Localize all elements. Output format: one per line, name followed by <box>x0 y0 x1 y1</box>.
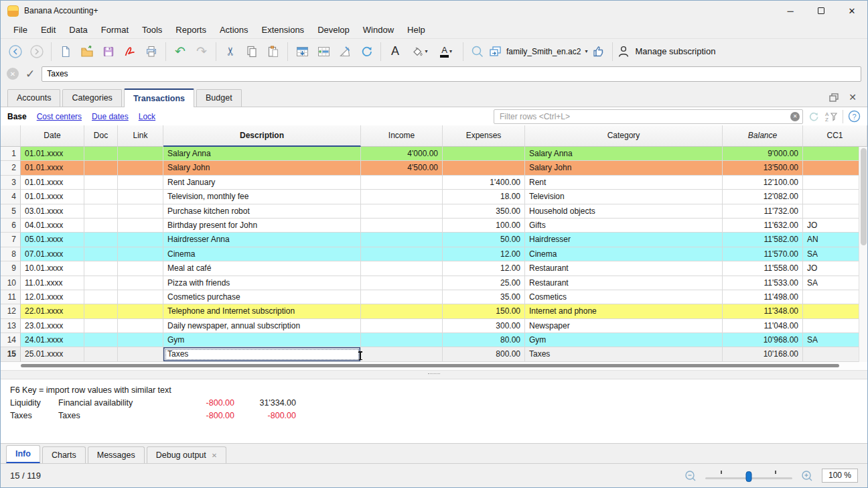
float-panel-icon[interactable] <box>828 93 839 103</box>
cell-expenses[interactable] <box>443 161 525 175</box>
close-panel-icon[interactable]: ✕ <box>849 92 857 103</box>
cell-category[interactable]: Television <box>525 190 723 204</box>
cell-expenses[interactable]: 80.00 <box>443 333 525 347</box>
tab-categories[interactable]: Categories <box>62 89 121 107</box>
menu-actions[interactable]: Actions <box>214 23 255 37</box>
thumbs-up-icon[interactable] <box>587 42 609 62</box>
file-switcher[interactable]: family_Smith_en.ac2 ▾ <box>488 42 587 62</box>
cell-category[interactable]: Cosmetics <box>525 290 723 304</box>
cell-income[interactable] <box>361 247 443 261</box>
sort-filter-icon[interactable]: AZ <box>824 111 838 123</box>
cell-balance[interactable]: 11'582.00 <box>723 233 803 247</box>
help-icon[interactable]: ? <box>848 110 861 123</box>
cell-link[interactable] <box>118 161 163 175</box>
cell-date[interactable]: 12.01.xxxx <box>21 290 84 304</box>
clear-filter-icon[interactable]: ✕ <box>790 112 800 121</box>
row-number[interactable]: 14 <box>1 333 21 347</box>
cell-income[interactable] <box>361 319 443 333</box>
cell-link[interactable] <box>118 190 163 204</box>
row-number[interactable]: 10 <box>1 276 21 290</box>
filter-rows-input[interactable] <box>494 109 803 124</box>
cell-cc1[interactable]: SA <box>803 247 867 261</box>
cell-balance[interactable]: 11'632.00 <box>723 219 803 233</box>
row-number[interactable]: 9 <box>1 261 21 276</box>
vertical-scrollbar-thumb[interactable] <box>861 148 867 245</box>
cell-cc1[interactable] <box>803 347 867 361</box>
cell-income[interactable] <box>361 304 443 318</box>
cell-link[interactable] <box>118 261 163 276</box>
maximize-button[interactable] <box>806 1 837 21</box>
row-number[interactable]: 2 <box>1 161 21 175</box>
cell-category[interactable]: Internet and phone <box>525 304 723 318</box>
cell-expenses[interactable]: 300.00 <box>443 319 525 333</box>
add-table-row-icon[interactable] <box>313 42 334 62</box>
cell-date[interactable]: 05.01.xxxx <box>21 233 84 247</box>
cell-link[interactable] <box>118 333 163 347</box>
close-tab-icon[interactable]: ✕ <box>212 452 217 459</box>
cell-category[interactable]: Taxes <box>525 347 723 361</box>
cell-doc[interactable] <box>84 347 118 361</box>
redo-icon[interactable]: ↷ <box>191 42 212 62</box>
cell-doc[interactable] <box>84 204 118 219</box>
cell-description[interactable]: Telephone and Internet subscription <box>163 304 361 318</box>
cell-balance[interactable]: 11'533.00 <box>723 276 803 290</box>
row-number[interactable]: 8 <box>1 247 21 261</box>
cell-balance[interactable]: 10'968.00 <box>723 333 803 347</box>
cell-description[interactable]: Cinema <box>163 247 361 261</box>
cell-doc[interactable] <box>84 147 118 161</box>
minimize-button[interactable]: ─ <box>775 1 806 21</box>
cell-description[interactable]: Salary Anna <box>163 147 361 161</box>
cell-link[interactable] <box>118 347 163 361</box>
row-number[interactable]: 6 <box>1 219 21 233</box>
cell-description[interactable]: Hairdresser Anna <box>163 233 361 247</box>
cell-description[interactable]: Pizza with friends <box>163 276 361 290</box>
cell-balance[interactable]: 9'000.00 <box>723 147 803 161</box>
menu-data[interactable]: Data <box>63 23 93 37</box>
cell-expenses[interactable]: 50.00 <box>443 233 525 247</box>
row-number[interactable]: 1 <box>1 147 21 161</box>
cell-income[interactable] <box>361 261 443 276</box>
confirm-edit-icon[interactable]: ✓ <box>25 67 35 81</box>
column-header-expenses[interactable]: Expenses <box>443 125 525 147</box>
cell-cc1[interactable]: JO <box>803 219 867 233</box>
vertical-scrollbar[interactable] <box>859 147 867 362</box>
nav-forward-icon[interactable] <box>26 42 48 62</box>
cell-cc1[interactable] <box>803 161 867 175</box>
cell-doc[interactable] <box>84 290 118 304</box>
column-header-category[interactable]: Category <box>525 125 723 147</box>
cell-doc[interactable] <box>84 247 118 261</box>
cell-income[interactable] <box>361 176 443 190</box>
cell-income[interactable] <box>361 204 443 219</box>
cell-date[interactable]: 07.01.xxxx <box>21 247 84 261</box>
cell-doc[interactable] <box>84 276 118 290</box>
cell-description[interactable]: Gym <box>163 333 361 347</box>
cell-category[interactable]: Rent <box>525 176 723 190</box>
cut-icon[interactable]: ✂ <box>220 42 241 62</box>
cell-link[interactable] <box>118 219 163 233</box>
cell-expenses[interactable]: 12.00 <box>443 247 525 261</box>
cell-date[interactable]: 04.01.xxxx <box>21 219 84 233</box>
cell-expenses[interactable]: 12.00 <box>443 261 525 276</box>
zoom-level[interactable]: 100 % <box>822 469 858 483</box>
row-number[interactable]: 11 <box>1 290 21 304</box>
cell-description[interactable]: Daily newspaper, annual subscription <box>163 319 361 333</box>
cell-link[interactable] <box>118 147 163 161</box>
search-icon[interactable] <box>467 42 488 62</box>
refresh-filter-icon[interactable] <box>808 111 820 123</box>
cell-description[interactable]: Taxes <box>163 347 361 361</box>
cell-balance[interactable]: 11'498.00 <box>723 290 803 304</box>
cell-link[interactable] <box>118 204 163 219</box>
undo-icon[interactable]: ↶ <box>169 42 191 62</box>
cell-description[interactable]: Salary John <box>163 161 361 175</box>
cell-description[interactable]: Television, monthly fee <box>163 190 361 204</box>
cell-balance[interactable]: 11'570.00 <box>723 247 803 261</box>
recalculate-icon[interactable] <box>356 42 377 62</box>
row-number[interactable]: 5 <box>1 204 21 219</box>
cell-balance[interactable]: 12'100.00 <box>723 176 803 190</box>
cell-income[interactable]: 4'500.00 <box>361 161 443 175</box>
pdf-export-icon[interactable] <box>119 42 141 62</box>
cell-link[interactable] <box>118 176 163 190</box>
menu-help[interactable]: Help <box>401 23 431 37</box>
cell-link[interactable] <box>118 319 163 333</box>
cell-date[interactable]: 11.01.xxxx <box>21 276 84 290</box>
